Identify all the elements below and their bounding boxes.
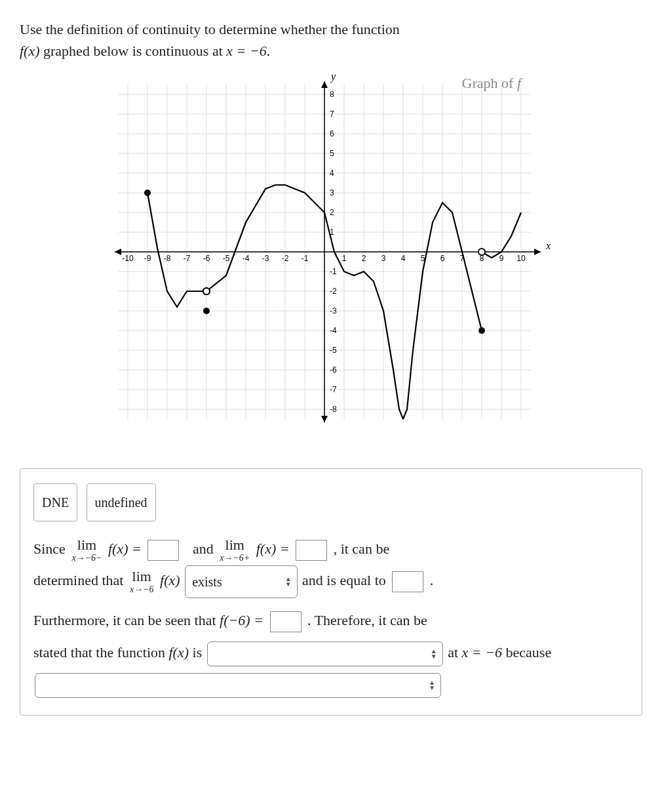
- svg-text:2: 2: [362, 254, 366, 263]
- svg-text:4: 4: [401, 254, 406, 263]
- question-period: .: [267, 43, 271, 59]
- svg-text:-6: -6: [330, 365, 337, 375]
- question-line2: graphed below is continuous at: [40, 43, 227, 59]
- answer-line-3: Furthermore, it can be seen that f(−6) =…: [33, 605, 629, 636]
- question-line1: Use the definition of continuity to dete…: [20, 21, 400, 37]
- lim-right: lim x→−6+: [220, 538, 250, 563]
- svg-text:4: 4: [330, 169, 334, 178]
- graph-container: Graph of f y x -10-9-8-7-6-5-4-3-2-11234…: [102, 68, 560, 449]
- stepper-icon: ▲▼: [429, 680, 435, 691]
- y-label: y: [330, 71, 336, 83]
- svg-text:-1: -1: [330, 267, 337, 276]
- svg-text:6: 6: [330, 129, 334, 138]
- lim-left: lim x→−6−: [71, 538, 102, 563]
- x-axis-arrow-right: [534, 249, 541, 255]
- graph-svg: y x -10-9-8-7-6-5-4-3-2-1123456789108765…: [102, 68, 560, 449]
- svg-text:-6: -6: [203, 254, 210, 263]
- token-undefined[interactable]: undefined: [87, 483, 156, 521]
- answer-line-2: determined that lim x→−6 f(x) exists ▲▼ …: [33, 565, 629, 598]
- answer-line-1: Since lim x→−6− f(x) = and lim x→−6+ f(x…: [33, 533, 629, 565]
- graph-title: Graph of f: [462, 75, 521, 92]
- x-axis-arrow-left: [115, 249, 121, 255]
- stepper-icon: ▲▼: [285, 577, 292, 587]
- answer-area: DNE undefined Since lim x→−6− f(x) = and…: [20, 468, 642, 716]
- svg-text:-3: -3: [262, 254, 269, 263]
- svg-text:2: 2: [330, 208, 334, 217]
- svg-text:10: 10: [516, 254, 526, 263]
- svg-point-78: [478, 249, 485, 255]
- svg-text:8: 8: [330, 90, 334, 99]
- stepper-icon: ▲▼: [431, 649, 437, 659]
- svg-text:-3: -3: [330, 306, 337, 315]
- blank-f-neg6[interactable]: [270, 611, 302, 632]
- blank-lim-left[interactable]: [147, 540, 179, 561]
- svg-point-79: [203, 308, 210, 314]
- svg-text:7: 7: [330, 110, 334, 119]
- select-exists[interactable]: exists ▲▼: [185, 565, 297, 598]
- question-text: Use the definition of continuity to dete…: [20, 18, 642, 62]
- svg-point-77: [478, 327, 485, 334]
- svg-text:-1: -1: [302, 254, 309, 263]
- svg-text:-9: -9: [144, 254, 151, 263]
- svg-text:-8: -8: [164, 254, 171, 263]
- svg-text:9: 9: [499, 254, 504, 263]
- lim-both: lim x→−6: [130, 569, 154, 594]
- svg-text:6: 6: [440, 254, 445, 263]
- select-continuity[interactable]: ▲▼: [207, 641, 443, 666]
- svg-text:-7: -7: [184, 254, 191, 263]
- svg-text:-8: -8: [330, 405, 337, 414]
- svg-point-76: [203, 288, 210, 294]
- y-axis-arrow-down: [321, 416, 328, 422]
- token-row: DNE undefined: [33, 483, 629, 521]
- svg-text:-5: -5: [330, 346, 337, 355]
- token-dne[interactable]: DNE: [33, 483, 77, 521]
- eq-x: x = −6: [226, 43, 266, 59]
- x-label: x: [545, 240, 551, 251]
- svg-text:-7: -7: [330, 385, 337, 394]
- svg-text:3: 3: [381, 254, 386, 263]
- svg-text:-2: -2: [330, 287, 337, 296]
- svg-text:-10: -10: [122, 254, 134, 263]
- blank-lim-value[interactable]: [392, 571, 423, 592]
- svg-text:-4: -4: [330, 326, 337, 335]
- svg-text:1: 1: [342, 254, 347, 263]
- blank-lim-right[interactable]: [296, 540, 327, 561]
- svg-text:3: 3: [330, 188, 334, 197]
- answer-line-5: ▲▼: [33, 668, 629, 700]
- select-reason[interactable]: ▲▼: [35, 673, 441, 698]
- y-axis-arrow-up: [321, 81, 328, 88]
- fn-fx: f(x): [20, 43, 40, 59]
- svg-text:-2: -2: [282, 254, 289, 263]
- svg-text:-4: -4: [243, 254, 250, 263]
- svg-text:5: 5: [330, 149, 334, 158]
- svg-text:-5: -5: [223, 254, 230, 263]
- svg-point-74: [144, 190, 151, 196]
- answer-line-4: stated that the function f(x) is ▲▼ at x…: [33, 637, 629, 668]
